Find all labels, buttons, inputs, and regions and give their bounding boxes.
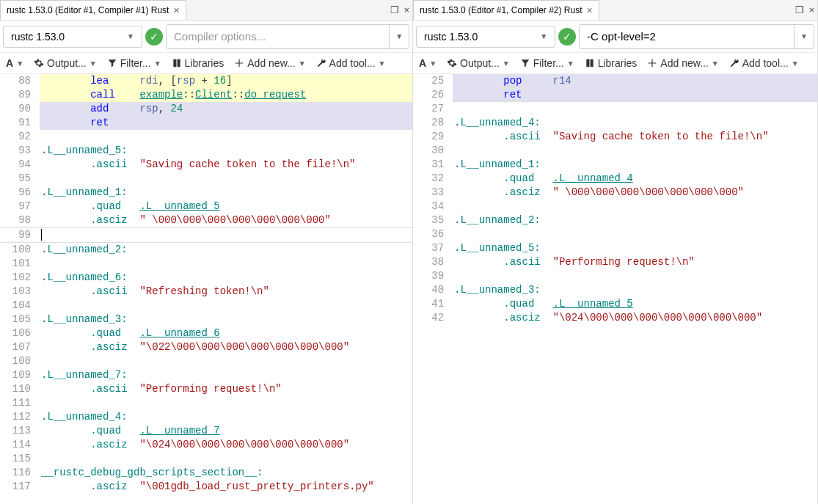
filter-button[interactable]: Filter...▼ [107, 57, 161, 69]
options-dropdown[interactable]: ▼ [389, 25, 409, 48]
code-line[interactable]: 101 [0, 257, 412, 271]
code-content: ret [453, 88, 817, 102]
code-line[interactable]: 107 .asciz "\022\000\000\000\000\000\000… [0, 340, 412, 354]
line-number: 100 [0, 243, 40, 257]
code-content: .L__unnamed_1: [453, 158, 817, 172]
code-line[interactable]: 91 ret [0, 116, 412, 130]
code-line[interactable]: 110 .ascii "Performing request!\n" [0, 382, 412, 396]
tab-bar: rustc 1.53.0 (Editor #1, Compiler #1) Ru… [0, 0, 412, 21]
assembly-output[interactable]: 25 pop r1426 ret2728.L__unnamed_4:29 .as… [413, 74, 817, 504]
code-line[interactable]: 27 [413, 102, 817, 116]
code-line[interactable]: 105.L__unnamed_3: [0, 313, 412, 326]
code-line[interactable]: 39 [413, 269, 817, 283]
add-tool-button[interactable]: Add tool...▼ [316, 57, 386, 69]
code-line[interactable]: 36 [413, 227, 817, 241]
code-line[interactable]: 116__rustc_debug_gdb_scripts_section__: [0, 466, 412, 480]
line-number: 97 [0, 200, 40, 213]
compiler-name: rustc 1.53.0 [424, 31, 478, 43]
code-content: .asciz "\024\000\000\000\000\000\000\000… [453, 311, 817, 325]
code-line[interactable]: 115 [0, 452, 412, 466]
options-dropdown[interactable]: ▼ [794, 25, 814, 48]
code-content: .L__unnamed_4: [453, 116, 817, 130]
code-line[interactable]: 32 .quad .L__unnamed_4 [413, 172, 817, 186]
font-button[interactable]: A▼ [419, 57, 437, 69]
code-line[interactable]: 38 .ascii "Performing request!\n" [413, 255, 817, 269]
tab[interactable]: rustc 1.53.0 (Editor #1, Compiler #1) Ru… [0, 0, 186, 20]
code-line[interactable]: 33 .asciz " \000\000\000\000\000\000\000… [413, 186, 817, 200]
code-line[interactable]: 109.L__unnamed_7: [0, 368, 412, 382]
filter-button[interactable]: Filter...▼ [520, 57, 574, 69]
code-content: lea rdi, [rsp + 16] [40, 74, 412, 88]
code-line[interactable]: 34 [413, 200, 817, 213]
line-number: 106 [0, 326, 40, 340]
maximize-icon[interactable]: ❐ [390, 4, 399, 15]
add-new-button[interactable]: Add new...▼ [234, 57, 305, 69]
compiler-options-input[interactable] [580, 25, 794, 48]
compiler-select[interactable]: rustc 1.53.0 ▼ [416, 26, 555, 48]
line-number: 91 [0, 116, 40, 130]
assembly-output[interactable]: 88 lea rdi, [rsp + 16]89 call example::C… [0, 74, 412, 504]
code-line[interactable]: 90 add rsp, 24 [0, 102, 412, 116]
code-line[interactable]: 103 .ascii "Refreshing token!\n" [0, 285, 412, 299]
code-line[interactable]: 41 .quad .L__unnamed_5 [413, 297, 817, 311]
compiler-select[interactable]: rustc 1.53.0 ▼ [3, 26, 142, 48]
code-line[interactable]: 97 .quad .L__unnamed_5 [0, 200, 412, 213]
code-line[interactable]: 37.L__unnamed_5: [413, 241, 817, 255]
maximize-icon[interactable]: ❐ [795, 4, 804, 15]
line-number: 25 [413, 74, 453, 88]
line-number: 93 [0, 144, 40, 158]
code-line[interactable]: 29 .ascii "Saving cache token to the fil… [413, 130, 817, 144]
line-number: 33 [413, 186, 453, 200]
code-line[interactable]: 92 [0, 130, 412, 144]
line-number: 35 [413, 213, 453, 227]
code-line[interactable]: 89 call example::Client::do_request [0, 88, 412, 102]
close-icon[interactable]: × [173, 5, 179, 15]
code-line[interactable]: 35.L__unnamed_2: [413, 213, 817, 227]
code-line[interactable]: 42 .asciz "\024\000\000\000\000\000\000\… [413, 311, 817, 325]
code-line[interactable]: 108 [0, 354, 412, 368]
close-icon[interactable]: × [587, 5, 593, 15]
code-line[interactable]: 99 [0, 227, 412, 243]
code-line[interactable]: 104 [0, 299, 412, 313]
code-line[interactable]: 111 [0, 396, 412, 410]
code-line[interactable]: 30 [413, 144, 817, 158]
code-line[interactable]: 114 .asciz "\024\000\000\000\000\000\000… [0, 438, 412, 452]
code-line[interactable]: 93.L__unnamed_5: [0, 144, 412, 158]
code-line[interactable]: 102.L__unnamed_6: [0, 271, 412, 285]
libraries-button[interactable]: Libraries [172, 57, 224, 69]
line-number: 31 [413, 158, 453, 172]
code-line[interactable]: 117 .asciz "\001gdb_load_rust_pretty_pri… [0, 480, 412, 494]
code-line[interactable]: 25 pop r14 [413, 74, 817, 88]
output-button[interactable]: Output...▼ [34, 57, 97, 69]
code-line[interactable]: 31.L__unnamed_1: [413, 158, 817, 172]
compiler-options-input[interactable] [167, 25, 389, 48]
code-line[interactable]: 40.L__unnamed_3: [413, 283, 817, 297]
line-number: 112 [0, 410, 40, 424]
add-tool-button[interactable]: Add tool...▼ [729, 57, 799, 69]
code-line[interactable]: 95 [0, 172, 412, 186]
plus-icon [234, 58, 244, 68]
output-button[interactable]: Output...▼ [447, 57, 510, 69]
add-new-button[interactable]: Add new...▼ [647, 57, 718, 69]
libraries-button[interactable]: Libraries [585, 57, 638, 69]
code-line[interactable]: 100.L__unnamed_2: [0, 243, 412, 257]
code-content [40, 130, 412, 144]
close-icon[interactable]: × [808, 4, 814, 15]
tab[interactable]: rustc 1.53.0 (Editor #1, Compiler #2) Ru… [413, 0, 599, 20]
code-line[interactable]: 94 .ascii "Saving cache token to the fil… [0, 158, 412, 172]
close-icon[interactable]: × [403, 4, 409, 15]
code-line[interactable]: 113 .quad .L__unnamed_7 [0, 424, 412, 438]
font-button[interactable]: A▼ [6, 57, 23, 69]
line-number: 114 [0, 438, 40, 452]
code-line[interactable]: 106 .quad .L__unnamed_6 [0, 326, 412, 340]
code-line[interactable]: 88 lea rdi, [rsp + 16] [0, 74, 412, 88]
status-success-icon: ✓ [145, 28, 163, 45]
code-line[interactable]: 98 .asciz " \000\000\000\000\000\000\000… [0, 213, 412, 227]
code-line[interactable]: 26 ret [413, 88, 817, 102]
code-line[interactable]: 28.L__unnamed_4: [413, 116, 817, 130]
line-number: 102 [0, 271, 40, 285]
window-controls: ❐ × [390, 4, 409, 15]
code-content: .L__unnamed_5: [40, 144, 412, 158]
code-line[interactable]: 112.L__unnamed_4: [0, 410, 412, 424]
code-line[interactable]: 96.L__unnamed_1: [0, 186, 412, 200]
